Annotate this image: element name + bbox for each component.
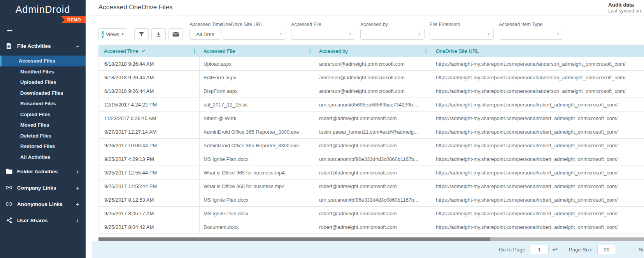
cell-accessed-by: robert@admeight.onmicrosoft.com bbox=[315, 112, 431, 125]
chevron-down-icon: ▼ bbox=[556, 33, 560, 36]
cell-accessed-time: 6/18/2018 9:26:44 AM bbox=[98, 71, 200, 84]
column-header-accessed-by[interactable]: Accessed by ⋮ bbox=[315, 45, 431, 57]
column-menu-icon[interactable]: ⋮ bbox=[423, 48, 428, 54]
sidebar-item-modified-files[interactable]: Modified Files bbox=[0, 66, 86, 77]
cell-onedrive-site-url: https://admeight-my.sharepoint.com/perso… bbox=[431, 166, 644, 179]
sidebar-section-anonymous-links[interactable]: Anonymous Links + bbox=[0, 197, 86, 211]
cell-onedrive-site-url: https://admeight-my.sharepoint.com/perso… bbox=[431, 139, 644, 152]
filter-accessed-item-type: Accessed Item Type ▼ bbox=[499, 22, 563, 40]
sidebar-item-label: Downloaded Files bbox=[20, 90, 63, 96]
cell-accessed-file: What is Office 365 for business.mp4 bbox=[200, 180, 315, 193]
sidebar-item-label: All Activities bbox=[20, 154, 51, 160]
page-size-input[interactable] bbox=[597, 245, 616, 254]
sidebar-item-copied-files[interactable]: Copied Files bbox=[0, 109, 86, 120]
table-row: 9/25/2017 4:29:13 PM MS Ignite Plan.docx… bbox=[98, 152, 644, 166]
page-header: Accessed OneDrive Files Audit data Last … bbox=[86, 0, 644, 16]
accessed-by-select[interactable]: ▼ bbox=[360, 29, 425, 40]
cell-onedrive-site-url: https://admeight-my.sharepoint.com/perso… bbox=[431, 84, 644, 98]
section-label: Anonymous Links bbox=[17, 201, 63, 207]
table-body: 6/18/2018 9:26:44 AM Upload.aspx anderso… bbox=[98, 57, 644, 234]
cell-accessed-time: 9/26/2017 10:06:44 PM bbox=[98, 139, 200, 152]
link-icon bbox=[5, 186, 12, 190]
set-page-size-button[interactable]: Set bbox=[639, 247, 644, 253]
chevron-down-icon: ▼ bbox=[121, 33, 124, 36]
pagination-bar: Go to Page ↩ Page Size Set bbox=[92, 241, 644, 258]
table-row: 6/18/2018 9:26:44 AM EditForm.aspx ander… bbox=[98, 71, 644, 84]
expand-plus-icon[interactable]: + bbox=[76, 185, 79, 191]
horizontal-scrollbar-track[interactable] bbox=[98, 237, 644, 241]
horizontal-scrollbar-thumb[interactable] bbox=[98, 237, 490, 241]
cell-onedrive-site-url: https://admeight-my.sharepoint.com/perso… bbox=[431, 207, 644, 220]
sidebar-item-renamed-files[interactable]: Renamed Files bbox=[0, 98, 86, 109]
views-button[interactable]: 2 Views ▼ bbox=[98, 28, 127, 40]
chevron-down-icon: ▼ bbox=[349, 33, 352, 36]
column-menu-icon[interactable]: ⋮ bbox=[307, 48, 312, 54]
sidebar-section-folder-activities[interactable]: Folder Activities + bbox=[0, 164, 86, 179]
table-row: 6/18/2018 9:26:44 AM DispForm.aspx ander… bbox=[98, 84, 644, 98]
sidebar-item-moved-files[interactable]: Moved Files bbox=[0, 120, 86, 131]
table-row: 9/25/2017 8:04:42 AM Document.docx rober… bbox=[98, 220, 644, 234]
cell-onedrive-site-url: https://admeight-my.sharepoint.com/perso… bbox=[431, 57, 644, 70]
expand-plus-icon[interactable]: + bbox=[76, 168, 79, 175]
sidebar-item-label: Deleted Files bbox=[20, 133, 51, 139]
column-menu-icon[interactable]: ⋮ bbox=[192, 48, 197, 54]
cell-accessed-time: 11/23/2017 6:26:45 AM bbox=[98, 112, 200, 125]
accessed-item-type-select[interactable]: ▼ bbox=[499, 29, 563, 40]
cell-accessed-file: MS Ignite Plan.docx bbox=[200, 207, 315, 220]
download-button[interactable] bbox=[151, 28, 166, 40]
cell-onedrive-site-url: https://admeight-my.sharepoint.com/perso… bbox=[431, 220, 644, 234]
demo-badge: DEMO bbox=[61, 16, 86, 23]
page-number-input[interactable] bbox=[530, 245, 549, 254]
sidebar-section-user-shares[interactable]: User Shares + bbox=[0, 213, 86, 228]
cell-onedrive-site-url: https://admeight-my.sharepoint.com/perso… bbox=[431, 125, 644, 138]
table-row: 9/25/2017 8:12:53 AM MS Ignite Plan.docx… bbox=[98, 193, 644, 207]
cell-accessed-time: 6/18/2018 9:26:44 AM bbox=[98, 57, 200, 70]
sidebar-item-restored-files[interactable]: Restored Files bbox=[0, 141, 86, 152]
sidebar-item-label: Uploaded Files bbox=[20, 79, 56, 85]
table-row: 11/23/2017 6:26:45 AM robert @ Work robe… bbox=[98, 112, 644, 125]
page-size-label: Page Size bbox=[569, 247, 593, 253]
sidebar-section-file-activities[interactable]: File Activities − bbox=[0, 38, 86, 53]
sidebar-item-accessed-files[interactable]: Accessed Files bbox=[0, 56, 86, 66]
chevron-down-icon: ▼ bbox=[418, 33, 421, 36]
accessed-file-select[interactable]: ▼ bbox=[291, 29, 355, 40]
cell-accessed-time: 9/25/2017 8:04:42 AM bbox=[98, 220, 200, 234]
funnel-icon bbox=[138, 31, 145, 38]
filter-button[interactable] bbox=[134, 28, 149, 40]
go-to-page-label: Go to Page bbox=[499, 247, 525, 253]
sidebar-item-downloaded-files[interactable]: Downloaded Files bbox=[0, 88, 86, 99]
cell-accessed-time: 6/18/2018 9:26:44 AM bbox=[98, 84, 200, 98]
file-extension-select[interactable]: ▼ bbox=[430, 29, 494, 40]
cell-accessed-by: robert@admeight.onmicrosoft.com bbox=[315, 220, 431, 234]
table-row: 9/27/2017 12:27:14 AM AdminDroid Office … bbox=[98, 125, 644, 139]
sidebar-item-label: Renamed Files bbox=[20, 101, 56, 106]
sidebar-item-label: Modified Files bbox=[20, 69, 54, 75]
sidebar-section-company-links[interactable]: Company Links + bbox=[0, 180, 86, 195]
column-header-onedrive-site-url[interactable]: OneDrive Site URL bbox=[431, 45, 644, 57]
chevron-down-icon: ▼ bbox=[279, 33, 283, 36]
sidebar-item-deleted-files[interactable]: Deleted Files bbox=[0, 131, 86, 141]
sidebar-item-label: Moved Files bbox=[20, 122, 49, 128]
email-button[interactable] bbox=[168, 28, 183, 40]
expand-plus-icon[interactable]: + bbox=[76, 201, 79, 207]
section-label: Folder Activities bbox=[17, 169, 58, 174]
onedrive-site-url-select[interactable]: ▼ bbox=[222, 29, 286, 40]
table-row: 9/25/2017 8:05:17 AM MS Ignite Plan.docx… bbox=[98, 207, 644, 220]
column-header-accessed-time[interactable]: Accessed Time ⋮ bbox=[98, 45, 200, 57]
accessed-time-filter-button[interactable]: All Time bbox=[190, 29, 221, 40]
sidebar-collapse-button[interactable]: ← bbox=[5, 24, 16, 34]
sidebar-item-uploaded-files[interactable]: Uploaded Files bbox=[0, 77, 86, 88]
envelope-icon bbox=[172, 31, 179, 37]
cell-accessed-file: robert @ Work bbox=[200, 112, 315, 125]
column-header-accessed-file[interactable]: Accessed File ⋮ bbox=[200, 45, 315, 57]
expand-plus-icon[interactable]: + bbox=[76, 217, 79, 224]
download-icon bbox=[155, 31, 162, 38]
sidebar-item-all-activities[interactable]: All Activities bbox=[0, 152, 86, 163]
go-to-page-enter-icon[interactable]: ↩ bbox=[553, 246, 558, 253]
collapse-minus-icon[interactable]: − bbox=[76, 43, 79, 49]
folder-icon bbox=[5, 169, 12, 174]
cell-accessed-file: Upload.aspx bbox=[200, 57, 315, 70]
cell-accessed-file: MS Ignite Plan.docx bbox=[200, 152, 315, 166]
section-label: User Shares bbox=[17, 218, 48, 223]
cell-onedrive-site-url: https://admeight-my.sharepoint.com/perso… bbox=[431, 193, 644, 206]
